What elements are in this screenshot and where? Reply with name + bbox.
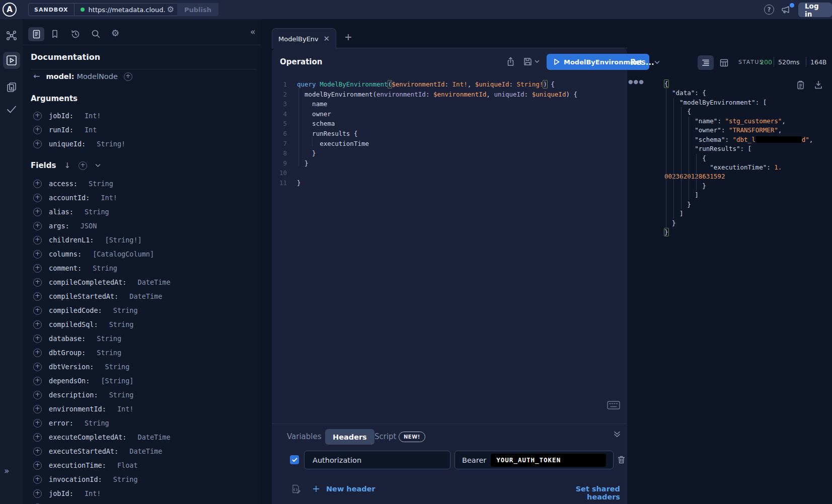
field-name[interactable]: compileStartedAt: [49,292,118,300]
add-field-to-query-icon[interactable]: + [33,320,42,329]
field-name[interactable]: executeStartedAt: [49,447,118,455]
field-name[interactable]: runId: [49,126,73,134]
operation-tab[interactable]: ModelByEnvi... ✕ [272,28,336,49]
field-name[interactable]: dbtVersion: [49,363,94,371]
add-field-to-query-icon[interactable]: + [33,391,42,399]
add-field-to-query-icon[interactable]: + [33,419,42,428]
response-panel-title[interactable]: Res... [630,58,654,67]
add-all-fields-icon[interactable]: + [79,161,87,170]
back-arrow-icon[interactable]: ← [33,72,40,80]
collapse-request-panel-icon[interactable] [613,430,621,438]
code-line[interactable]: 1query ModelByEnvironment($environmentId… [274,79,577,90]
header-value-input[interactable]: Bearer YOUR_AUTH_TOKEN [455,451,614,469]
fields-chevron-down-icon[interactable] [95,163,101,167]
help-icon[interactable]: ? [764,5,774,15]
add-field-to-query-icon[interactable]: + [33,194,42,202]
add-field-to-query-icon[interactable]: + [33,236,42,244]
field-name[interactable]: jobId: [49,489,73,497]
field-name[interactable]: dbtGroup: [49,349,86,357]
add-field-to-query-icon[interactable]: + [33,433,42,442]
field-type[interactable]: Int! [113,405,134,413]
add-field-to-query-icon[interactable]: + [33,264,42,273]
close-tab-icon[interactable]: ✕ [323,35,330,43]
field-type[interactable]: Float [113,461,138,469]
field-type[interactable]: String [81,208,109,216]
code-line[interactable]: 7 executionTime [274,139,577,149]
save-options-chevron-icon[interactable] [535,60,540,63]
add-field-to-query-icon[interactable]: + [33,250,42,259]
field-type[interactable]: String [81,419,109,427]
field-type[interactable]: String! [93,140,125,148]
field-type[interactable]: JSON [77,222,97,230]
field-type[interactable]: String [85,180,113,188]
add-field-to-query-icon[interactable]: + [33,363,42,371]
field-name[interactable]: environmentId: [49,405,106,413]
field-name[interactable]: error: [49,419,73,427]
new-header-button[interactable]: + New header [312,484,375,493]
explorer-settings-gear-icon[interactable]: ⚙ [111,29,119,38]
field-type[interactable]: DateTime [133,278,170,286]
field-name[interactable]: childrenL1: [49,236,94,244]
field-name[interactable]: executionTime: [49,461,106,469]
tab-script[interactable]: Script [374,432,397,441]
field-type[interactable]: Int! [81,112,101,120]
field-type[interactable]: String [105,320,134,328]
add-field-to-query-icon[interactable]: + [33,222,42,230]
keyboard-shortcuts-icon[interactable] [607,401,620,409]
field-name[interactable]: uniqueId: [49,140,86,148]
field-type[interactable]: String [109,306,138,314]
save-operation-icon[interactable] [523,57,532,66]
field-type[interactable]: [CatalogColumn] [89,250,154,258]
new-tab-icon[interactable]: + [344,32,352,42]
collapse-doc-panel-icon[interactable]: « [250,28,255,36]
field-type[interactable]: Int! [97,194,117,202]
field-name[interactable]: access: [49,180,78,188]
field-name[interactable]: database: [49,334,86,343]
add-field-to-query-icon[interactable]: + [33,208,42,216]
add-field-to-query-icon[interactable]: + [33,461,42,470]
add-field-to-query-icon[interactable]: + [33,405,42,413]
field-type[interactable]: String [109,475,138,483]
code-line[interactable]: 11} [274,178,577,188]
tab-headers-active[interactable]: Headers [325,429,374,445]
field-type[interactable]: String [93,334,121,343]
field-name[interactable]: compileCompletedAt: [49,278,126,286]
code-line[interactable]: 2 modelByEnvironment(environmentId: $env… [274,90,577,100]
field-name[interactable]: alias: [49,208,73,216]
field-name[interactable]: dependsOn: [49,377,90,385]
collections-icon[interactable] [6,81,18,93]
add-type-icon[interactable]: + [124,72,132,81]
expand-rail-icon[interactable]: » [4,467,9,475]
field-type[interactable]: [String] [97,377,133,385]
response-options-kebab-icon[interactable]: ●●● [628,78,644,85]
field-name[interactable]: compiledCode: [49,306,102,314]
add-field-to-query-icon[interactable]: + [33,475,42,484]
add-field-to-query-icon[interactable]: + [33,180,42,188]
delete-header-trash-icon[interactable] [617,455,626,464]
endpoint-settings-gear-icon[interactable]: ⚙ [167,6,174,14]
download-response-icon[interactable] [814,80,822,89]
field-type[interactable]: String [89,264,117,272]
header-enabled-checkbox[interactable] [290,455,299,464]
header-name-input[interactable]: Authorization [304,451,450,469]
operation-editor[interactable]: 1query ModelByEnvironment($environmentId… [274,79,577,188]
field-name[interactable]: comment: [49,264,82,272]
add-field-to-query-icon[interactable]: + [33,278,42,287]
code-line[interactable]: 6 runResults { [274,129,577,139]
field-name[interactable]: compiledSql: [49,320,98,328]
response-chevron-down-icon[interactable] [654,60,660,64]
add-field-to-query-icon[interactable]: + [33,334,42,343]
field-type[interactable]: [String!] [101,236,141,244]
code-line[interactable]: 4 owner [274,109,577,119]
add-field-to-query-icon[interactable]: + [33,140,42,148]
endpoint-url-input[interactable]: https://metadata.cloud.get [89,6,165,14]
log-in-button[interactable]: Log in [798,3,832,17]
share-operation-icon[interactable] [506,57,515,66]
field-name[interactable]: invocationId: [49,475,102,483]
add-field-to-query-icon[interactable]: + [33,292,42,301]
table-view-icon[interactable] [720,59,728,67]
add-field-to-query-icon[interactable]: + [33,112,42,120]
field-name[interactable]: jobId: [49,112,73,120]
field-type[interactable]: Int [81,126,97,134]
add-field-to-query-icon[interactable]: + [33,349,42,357]
